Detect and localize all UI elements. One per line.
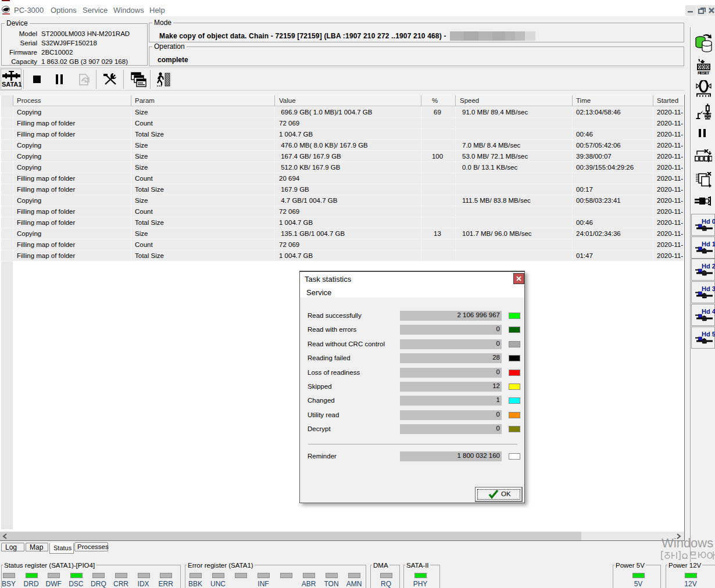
- svg-text:RESET: RESET: [698, 70, 710, 74]
